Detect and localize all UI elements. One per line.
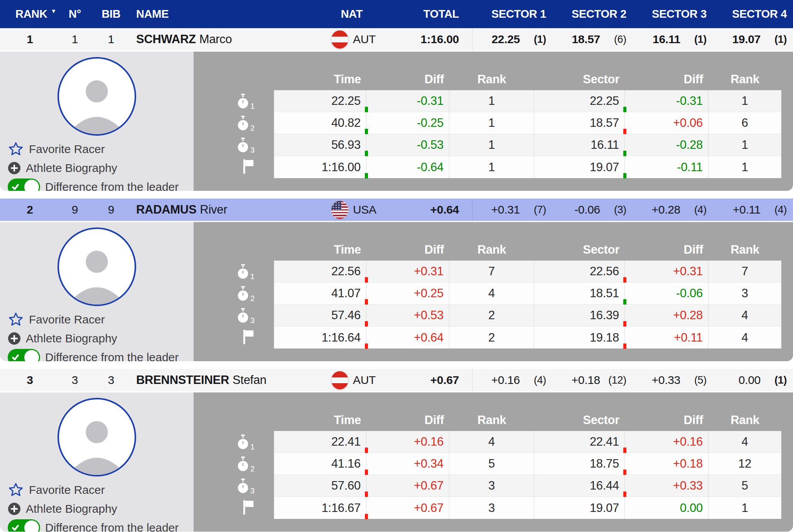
racer-last-name: SCHWARZ — [136, 32, 196, 46]
sector-diff-marker — [623, 448, 626, 453]
difference-toggle[interactable] — [8, 178, 40, 191]
racer-rank: 3 — [0, 369, 60, 391]
split-time-cell: 57.60 — [274, 475, 366, 497]
sector-diff-marker — [623, 492, 626, 497]
sector-time-cell: 19.07 — [534, 156, 625, 178]
racer-summary-row[interactable]: 3 3 3 BRENNSTEINER Stefan AUT +0.67 +0.1… — [0, 369, 793, 391]
split-row: 3 57.46 +0.53 2 16.39 +0.28 4 — [194, 305, 781, 327]
racer-detail-panel: Favorite Racer Athlete Biography — [0, 392, 793, 532]
racer-bib: 9 — [90, 199, 132, 221]
flag-icon — [331, 30, 349, 49]
split-diff-cell: -0.53 — [366, 134, 449, 156]
split-time-value: 22.25 — [331, 94, 361, 108]
sector-rank-value: 3 — [742, 286, 748, 300]
favorite-racer-button[interactable]: Favorite Racer — [8, 140, 194, 158]
racer-number: 3 — [60, 369, 90, 391]
difference-toggle[interactable] — [8, 519, 40, 532]
stopwatch-number: 2 — [250, 294, 255, 303]
sector-diff-value: +0.06 — [673, 116, 703, 130]
racer-sector-cell: +0.33(5) — [633, 369, 713, 391]
split-diff-value: +0.25 — [414, 286, 444, 300]
sector-rank: (3) — [604, 204, 626, 216]
athlete-biography-button[interactable]: Athlete Biography — [8, 330, 194, 347]
sector-rank: (7) — [524, 204, 546, 216]
split-rank-cell: 4 — [449, 431, 534, 453]
check-icon — [11, 353, 20, 362]
split-row: 3 56.93 -0.53 1 16.11 -0.28 1 — [194, 134, 781, 156]
athlete-biography-button[interactable]: Athlete Biography — [8, 159, 194, 177]
avatar — [57, 398, 136, 476]
sector-time-value: 19.18 — [590, 331, 619, 345]
time-diff-marker — [365, 173, 368, 178]
sector-diff-cell: +0.16 — [625, 431, 709, 453]
time-diff-marker — [365, 514, 368, 519]
racer-rank: 2 — [0, 199, 60, 221]
sector-value: +0.33 — [652, 374, 680, 387]
split-diff-cell: +0.67 — [366, 475, 449, 497]
split-diff-cell: -0.31 — [366, 90, 449, 112]
sector-rank-cell: 1 — [709, 497, 781, 519]
col-header-nat[interactable]: NAT — [329, 0, 375, 28]
col-header-sector4[interactable]: SECTOR 4 — [713, 0, 793, 28]
split-icon-cell: 2 — [194, 453, 274, 475]
split-diff-value: +0.67 — [414, 479, 444, 493]
stopwatch-icon: 2 — [236, 286, 255, 301]
sector-time-value: 19.07 — [590, 160, 619, 174]
sector-diff-marker — [623, 470, 626, 475]
stopwatch-icon: 1 — [236, 94, 255, 109]
favorite-racer-button[interactable]: Favorite Racer — [8, 481, 194, 498]
racer-total: +0.67 — [375, 369, 472, 391]
racer-first-name: Marco — [199, 32, 232, 46]
col-header-sector2[interactable]: SECTOR 2 — [552, 0, 633, 28]
racer-sector-cell: +0.11(4) — [713, 199, 793, 221]
stopwatch-icon: 1 — [236, 434, 255, 450]
star-icon — [8, 311, 24, 328]
sector-diff-value: +0.33 — [673, 479, 703, 493]
col-header-sector1[interactable]: SECTOR 1 — [472, 0, 552, 28]
racer-sector-cell: 16.11(1) — [633, 28, 713, 51]
stopwatch-number: 1 — [250, 443, 255, 451]
split-rank-cell: 4 — [449, 283, 534, 305]
sector-value: 0.00 — [739, 374, 761, 387]
difference-toggle[interactable] — [8, 349, 40, 362]
col-header-rank[interactable]: RANK ▼ — [0, 0, 60, 28]
sector-rank-value: 4 — [742, 435, 748, 449]
racer-number: 1 — [60, 28, 90, 51]
split-time-value: 1:16.00 — [322, 160, 361, 174]
split-diff-value: +0.67 — [414, 501, 444, 515]
toggle-knob — [24, 350, 39, 362]
split-rows: 1 22.25 -0.31 1 22.25 -0.31 1 — [194, 90, 781, 178]
split-rank-value: 5 — [488, 457, 495, 471]
split-icon-cell: 3 — [194, 305, 274, 327]
split-row: 2 41.16 +0.34 5 18.75 +0.18 12 — [194, 453, 781, 475]
toggle-knob — [24, 180, 39, 191]
split-table-header: Time Diff Rank Sector Diff Rank — [194, 222, 781, 261]
col-header-total[interactable]: TOTAL — [375, 0, 472, 28]
favorite-racer-label: Favorite Racer — [29, 143, 105, 156]
racer-last-name: RADAMUS — [136, 203, 196, 217]
split-icon-cell — [194, 156, 274, 178]
split-rank-cell: 3 — [449, 475, 534, 497]
racer-summary-row[interactable]: 2 9 9 RADAMUS River USA +0.64 +0.31(7) -… — [0, 199, 793, 221]
sector-time-cell: 16.44 — [534, 475, 625, 497]
col-header-sector3[interactable]: SECTOR 3 — [633, 0, 713, 28]
col-header-bib[interactable]: BIB — [90, 0, 132, 28]
sector-time-cell: 19.18 — [534, 327, 625, 348]
racer-summary-row[interactable]: 1 1 1 SCHWARZ Marco AUT 1:16.00 22.25(1)… — [0, 28, 793, 51]
split-rank-cell: 2 — [449, 327, 534, 348]
split-row: 1 22.41 +0.16 4 22.41 +0.16 4 — [194, 431, 781, 453]
col-header-number[interactable]: N° — [60, 0, 90, 28]
sector-rank: (1) — [524, 34, 546, 45]
split-icon-cell: 3 — [194, 134, 274, 156]
sector-value: -0.06 — [574, 203, 600, 216]
athlete-biography-button[interactable]: Athlete Biography — [8, 500, 194, 517]
finish-flag-icon — [242, 159, 255, 175]
favorite-racer-button[interactable]: Favorite Racer — [8, 311, 194, 328]
racer-sector-cell: -0.06(3) — [552, 199, 633, 221]
split-time-value: 57.60 — [331, 479, 361, 493]
col-header-name[interactable]: NAME — [132, 0, 329, 28]
avatar — [57, 57, 136, 136]
split-diff-value: -0.31 — [417, 94, 444, 108]
nat-code: USA — [353, 203, 376, 216]
racer-side-panel: Favorite Racer Athlete Biography — [0, 52, 194, 191]
